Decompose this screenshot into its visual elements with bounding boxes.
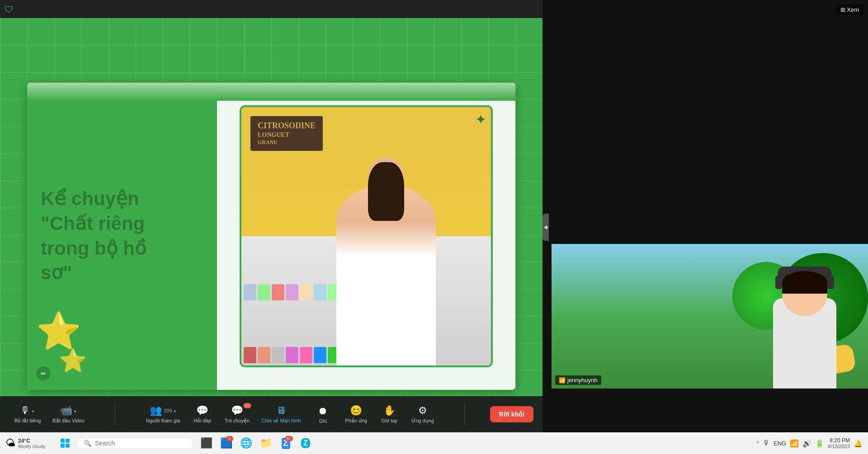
slide-left-panel: Kể chuyện "Chất riêng trong bộ hồ sơ" ⭐ …	[27, 83, 217, 390]
video-name-badge: 📶 jennyhuynh	[555, 375, 601, 385]
edit-icon[interactable]: ✏	[36, 366, 51, 381]
collapse-handle[interactable]: ◀	[542, 214, 549, 241]
girl-head	[368, 158, 404, 194]
qa-label: Hỏi đáp	[193, 418, 211, 424]
participants-icon: 👥	[150, 405, 162, 417]
qa-button[interactable]: 💬 Hỏi đáp	[187, 402, 218, 426]
weather-widget: 🌤 24°C Mostly cloudy	[0, 437, 54, 449]
start-button[interactable]	[54, 432, 76, 454]
mute-chevron: ▲	[31, 409, 35, 413]
wifi-icon[interactable]: 📶	[790, 439, 799, 448]
product-can	[258, 284, 270, 300]
headphone-left	[775, 276, 782, 289]
mute-button[interactable]: 🎙 ▲ Bỏ tắt tiếng	[9, 402, 46, 426]
tray-expand-button[interactable]: ^	[756, 440, 759, 446]
search-bar[interactable]: 🔍	[76, 437, 193, 449]
username-label: jennyhuynh	[567, 377, 598, 384]
signal-icon: 📶	[559, 377, 566, 384]
video-top: 📹 ▲	[60, 405, 77, 417]
zoom-area: Kể chuyện "Chất riêng trong bộ hồ sơ" ⭐ …	[0, 0, 542, 454]
top-bar	[0, 0, 542, 18]
product-can	[244, 347, 256, 363]
chrome-logo: 🌐	[240, 437, 252, 449]
zoom-toolbar: 🎙 ▲ Bỏ tắt tiếng 📹 ▲ Bắt đầu Video 👥 209…	[0, 396, 542, 432]
product-can	[300, 347, 312, 363]
right-panel: ◀ 📶 jennyhuy	[542, 0, 868, 454]
share-screen-button[interactable]: 🖥 Chia sẻ Màn hình	[256, 402, 306, 426]
reaction-label: Phản ứng	[345, 418, 367, 424]
record-button[interactable]: ⏺ Ghi	[307, 403, 339, 426]
title-line-2: "Chất riêng	[41, 211, 203, 236]
chrome-icon[interactable]: 🌐	[237, 434, 255, 452]
record-label: Ghi	[319, 418, 327, 424]
xem-button[interactable]: ⊞ Xem	[836, 5, 863, 15]
leave-section: Rời khỏi	[490, 406, 533, 422]
windows-grid-cell	[61, 444, 65, 448]
system-tray: ^ 🎙 ENG 📶 🔊 🔋 8:20 PM 8/13/2023 🔔	[751, 437, 868, 449]
star-large-icon: ⭐	[36, 313, 87, 349]
tray-icons-group: 🎙 ENG 📶 🔊 🔋	[763, 439, 824, 448]
shop-sign: CITROSODINE LONGUET GRANU	[250, 116, 323, 151]
image-frame: ✦ CITROSODINE LONGUET GRANU	[240, 105, 493, 367]
weather-temp: 24°C	[18, 438, 46, 444]
tray-mic-icon[interactable]: 🎙	[763, 439, 770, 447]
volume-icon[interactable]: 🔊	[802, 439, 811, 448]
video-chevron: ▲	[73, 409, 77, 413]
apps-label: Ứng dụng	[411, 418, 434, 424]
windows-logo	[61, 439, 70, 448]
share-icon: 🖥	[276, 405, 286, 417]
apps-icon: ⚙	[418, 405, 427, 417]
participants-top: 👥 209 ▲	[150, 405, 176, 417]
weather-text: 24°C Mostly cloudy	[18, 438, 46, 449]
zoom-toolbar-left: 🎙 ▲ Bỏ tắt tiếng 📹 ▲ Bắt đầu Video	[9, 402, 90, 426]
product-can	[286, 347, 298, 363]
product-can	[300, 284, 312, 300]
shop-sign-line2: LONGUET	[258, 131, 316, 139]
weather-icon: 🌤	[5, 437, 15, 449]
search-input[interactable]	[95, 440, 186, 447]
clock-time: 8:20 PM	[828, 437, 850, 444]
person-video	[769, 262, 841, 388]
participants-count: 209	[164, 408, 172, 413]
reaction-button[interactable]: 😊 Phản ứng	[340, 402, 373, 426]
camera-icon: 📹	[60, 405, 72, 417]
microphone-icon: 🎙	[20, 405, 30, 417]
teams-icon[interactable]: 🟦 1	[217, 434, 235, 452]
chat-label: Trò chuyện	[225, 418, 250, 424]
video-label: Bắt đầu Video	[52, 418, 85, 424]
participants-button[interactable]: 👥 209 ▲ Người tham gia	[141, 402, 186, 426]
product-can	[314, 284, 326, 300]
windows-grid-cell	[66, 444, 70, 448]
girl-figure	[336, 185, 436, 365]
slide-right-panel: ✦ CITROSODINE LONGUET GRANU	[217, 83, 515, 390]
product-can	[258, 347, 270, 363]
apps-button[interactable]: ⚙ Ứng dụng	[406, 402, 439, 426]
qa-icon: 💬	[196, 405, 208, 417]
battery-icon[interactable]: 🔋	[815, 439, 824, 448]
star-small-icon: ⭐	[59, 349, 87, 372]
language-indicator[interactable]: ENG	[774, 440, 786, 447]
system-clock[interactable]: 8:20 PM 8/13/2023	[828, 437, 850, 449]
zoom-app-icon[interactable]: Z	[297, 434, 315, 452]
title-line-4: sơ"	[41, 261, 203, 286]
chat-button[interactable]: 💬 21 Trò chuyện	[219, 402, 255, 426]
weather-desc: Mostly cloudy	[18, 444, 46, 449]
raise-hand-button[interactable]: ✋ Giơ tay	[373, 402, 405, 426]
notification-icon[interactable]: 🔔	[854, 439, 863, 448]
chat-icon: 💬	[231, 405, 243, 417]
participants-label: Người tham gia	[146, 418, 180, 424]
task-view-button[interactable]: ⬛	[197, 434, 215, 452]
leave-button[interactable]: Rời khỏi	[490, 406, 533, 422]
girl-hair	[368, 162, 404, 221]
video-button[interactable]: 📹 ▲ Bắt đầu Video	[47, 402, 90, 426]
taskbar: 🌤 24°C Mostly cloudy 🔍 ⬛ 🟦 1 🌐	[0, 432, 868, 454]
taskbar-app-icons: ⬛ 🟦 1 🌐 📁 Z 5+ Z	[193, 434, 318, 452]
search-icon: 🔍	[84, 440, 91, 447]
file-explorer-icon[interactable]: 📁	[257, 434, 275, 452]
zoom-taskbar-icon[interactable]: Z 5+	[277, 434, 295, 452]
windows-grid-cell	[61, 439, 65, 443]
star-decoration: ⭐ ⭐	[36, 313, 87, 372]
person-head	[782, 271, 827, 316]
zoom-app-logo: Z	[301, 438, 310, 448]
product-can	[244, 284, 256, 300]
